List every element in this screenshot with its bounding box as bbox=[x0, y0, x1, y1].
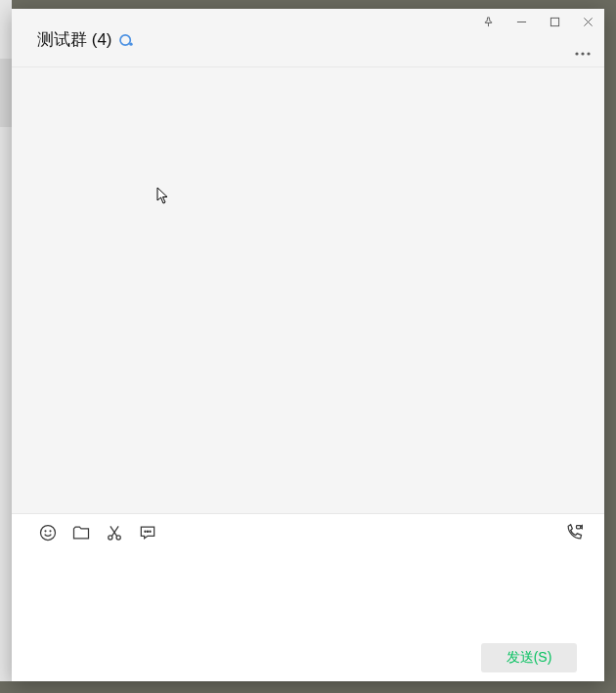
pin-button[interactable] bbox=[471, 9, 505, 34]
desktop-background: 测试群 (4) bbox=[0, 0, 616, 693]
maximize-button[interactable] bbox=[538, 9, 571, 34]
compose-toolbar bbox=[12, 514, 604, 551]
screenshot-button[interactable] bbox=[104, 522, 125, 543]
more-button[interactable] bbox=[569, 44, 596, 64]
chat-history-button[interactable] bbox=[137, 522, 158, 543]
chat-title: 测试群 (4) bbox=[37, 28, 136, 51]
svg-point-8 bbox=[587, 52, 590, 55]
svg-point-7 bbox=[581, 52, 584, 55]
svg-point-9 bbox=[41, 526, 56, 541]
chat-title-text: 测试群 (4) bbox=[37, 28, 112, 51]
svg-point-15 bbox=[147, 531, 148, 532]
svg-point-14 bbox=[145, 531, 146, 532]
video-call-button[interactable] bbox=[563, 522, 585, 543]
chat-window: 测试群 (4) bbox=[12, 9, 604, 681]
emoji-button[interactable] bbox=[37, 522, 59, 543]
svg-point-0 bbox=[120, 34, 130, 44]
titlebar: 测试群 (4) bbox=[12, 9, 604, 67]
send-row: 发送(S) bbox=[12, 634, 604, 681]
svg-point-1 bbox=[129, 42, 132, 45]
close-button[interactable] bbox=[571, 9, 604, 34]
input-section: 发送(S) bbox=[12, 513, 604, 681]
sidebar-selected-item[interactable] bbox=[0, 59, 12, 127]
messages-area[interactable] bbox=[12, 67, 604, 513]
send-button[interactable]: 发送(S) bbox=[481, 643, 577, 672]
svg-point-11 bbox=[50, 531, 51, 532]
enterprise-wechat-icon bbox=[116, 30, 136, 50]
mouse-cursor-icon bbox=[156, 187, 170, 208]
message-input[interactable] bbox=[35, 551, 581, 634]
window-controls bbox=[471, 9, 604, 34]
svg-point-12 bbox=[109, 536, 112, 540]
svg-point-6 bbox=[575, 52, 578, 55]
svg-point-16 bbox=[150, 531, 151, 532]
svg-point-13 bbox=[116, 536, 120, 540]
sidebar-sliver bbox=[0, 0, 12, 681]
compose-area[interactable] bbox=[12, 551, 604, 634]
minimize-button[interactable] bbox=[505, 9, 538, 34]
file-button[interactable] bbox=[70, 522, 92, 543]
svg-point-10 bbox=[45, 531, 46, 532]
svg-rect-17 bbox=[577, 526, 581, 529]
svg-rect-3 bbox=[550, 18, 558, 25]
